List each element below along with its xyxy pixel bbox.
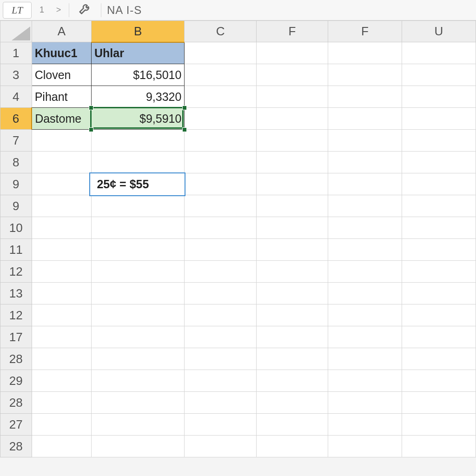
cell[interactable] (328, 239, 402, 261)
cell[interactable] (256, 261, 328, 283)
cell[interactable] (328, 130, 402, 152)
row-header[interactable]: 12 (0, 261, 32, 283)
cell[interactable] (402, 348, 476, 370)
cell[interactable] (32, 436, 91, 457)
cell[interactable] (256, 326, 328, 348)
cell[interactable] (185, 130, 257, 152)
row-header[interactable]: 11 (0, 239, 32, 261)
cell[interactable] (328, 370, 402, 392)
cell[interactable] (328, 195, 402, 217)
cell[interactable] (91, 304, 184, 326)
cell[interactable] (402, 108, 476, 130)
cell[interactable] (402, 414, 476, 436)
cell[interactable] (91, 217, 184, 239)
cell[interactable] (256, 195, 328, 217)
column-header-U[interactable]: U (402, 21, 476, 42)
cell[interactable] (328, 348, 402, 370)
cell[interactable] (32, 173, 91, 195)
cell[interactable] (91, 370, 184, 392)
cell[interactable] (185, 195, 257, 217)
cell[interactable] (402, 370, 476, 392)
cell[interactable] (32, 304, 91, 326)
cell[interactable] (32, 261, 91, 283)
cell[interactable] (402, 152, 476, 173)
cell[interactable] (32, 217, 91, 239)
cell[interactable] (185, 152, 257, 173)
cell[interactable] (328, 108, 402, 130)
cell[interactable] (185, 42, 257, 64)
row-header[interactable]: 9 (0, 173, 32, 195)
cell[interactable] (328, 392, 402, 414)
row-header[interactable]: 28 (0, 392, 32, 414)
cell[interactable] (328, 436, 402, 457)
cell[interactable] (91, 348, 184, 370)
cell[interactable] (256, 86, 328, 108)
column-header-F2[interactable]: F (328, 21, 402, 42)
cell[interactable] (328, 326, 402, 348)
name-box[interactable]: LT (3, 2, 32, 19)
cell[interactable] (256, 239, 328, 261)
cell[interactable] (256, 130, 328, 152)
cell[interactable] (185, 326, 257, 348)
cell[interactable] (185, 370, 257, 392)
cell[interactable] (32, 152, 91, 173)
row-header[interactable]: 13 (0, 283, 32, 304)
row-header[interactable]: 7 (0, 130, 32, 152)
cell[interactable] (185, 173, 257, 195)
cell[interactable] (402, 239, 476, 261)
row-header[interactable]: 28 (0, 436, 32, 457)
cell[interactable] (256, 370, 328, 392)
cell[interactable] (185, 217, 257, 239)
cell[interactable] (185, 108, 257, 130)
row-header[interactable]: 6 (0, 108, 32, 130)
cell[interactable]: Khuuc1 (32, 42, 91, 64)
cell[interactable] (256, 64, 328, 86)
cell[interactable] (91, 436, 184, 457)
cell[interactable] (256, 283, 328, 304)
column-header-F[interactable]: F (256, 21, 328, 42)
nav-prev-button[interactable]: 1 (35, 2, 48, 19)
cell[interactable] (256, 348, 328, 370)
cell[interactable] (185, 64, 257, 86)
cell[interactable] (91, 414, 184, 436)
cell[interactable] (32, 370, 91, 392)
cell[interactable] (328, 261, 402, 283)
row-header[interactable]: 3 (0, 64, 32, 86)
cell[interactable] (402, 173, 476, 195)
cell[interactable] (402, 217, 476, 239)
spreadsheet-grid[interactable]: A B C F F U 1Khuuc1Uhlar3Cloven$16,50104… (0, 20, 476, 457)
cell[interactable] (256, 414, 328, 436)
cell[interactable] (256, 217, 328, 239)
cell[interactable] (185, 348, 257, 370)
cell[interactable] (185, 304, 257, 326)
floating-value-box[interactable]: 25¢ = $55 (89, 172, 185, 196)
row-header[interactable]: 1 (0, 42, 32, 64)
cell[interactable] (328, 152, 402, 173)
row-header[interactable]: 12 (0, 304, 32, 326)
nav-next-button[interactable]: > (52, 2, 65, 19)
formula-bar-input[interactable] (105, 2, 473, 19)
cell[interactable] (328, 86, 402, 108)
fx-button[interactable] (73, 2, 97, 19)
cell[interactable] (32, 195, 91, 217)
column-header-A[interactable]: A (32, 21, 91, 42)
cell[interactable] (32, 326, 91, 348)
cell[interactable] (256, 42, 328, 64)
cell[interactable] (32, 130, 91, 152)
cell[interactable] (402, 392, 476, 414)
cell[interactable] (328, 304, 402, 326)
cell[interactable] (32, 392, 91, 414)
cell[interactable]: Pihant (32, 86, 91, 108)
cell[interactable] (91, 130, 184, 152)
cell[interactable] (402, 195, 476, 217)
cell[interactable] (328, 217, 402, 239)
cell[interactable] (256, 436, 328, 457)
row-header[interactable]: 28 (0, 348, 32, 370)
cell[interactable] (185, 239, 257, 261)
row-header[interactable]: 29 (0, 370, 32, 392)
cell[interactable] (256, 392, 328, 414)
cell[interactable] (32, 348, 91, 370)
cell[interactable] (185, 86, 257, 108)
cell[interactable] (185, 436, 257, 457)
cell[interactable] (402, 42, 476, 64)
